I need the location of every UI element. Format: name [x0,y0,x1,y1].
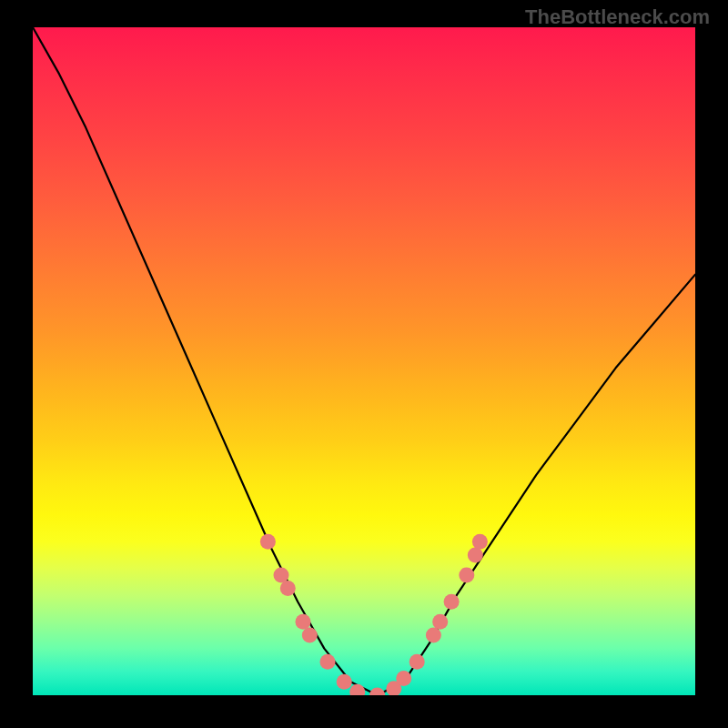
curve-marker [260,534,276,550]
curve-marker [426,627,441,642]
curve-markers [260,534,488,695]
curve-marker [274,567,289,582]
curve-marker [369,688,385,696]
curve-marker [320,654,336,670]
curve-marker [472,534,488,550]
curve-marker [468,547,483,562]
curve-marker [349,684,365,695]
curve-marker [432,614,448,630]
curve-marker [444,594,460,610]
curve-marker [337,674,352,690]
curve-marker [396,671,411,686]
curve-marker [302,627,318,642]
curve-marker [280,581,296,596]
watermark-text: TheBottleneck.com [525,5,710,29]
chart-svg [33,27,695,695]
curve-marker [296,614,311,630]
curve-line [33,27,695,695]
chart-container: TheBottleneck.com [0,0,728,728]
plot-area [33,27,695,695]
curve-marker [459,567,474,582]
curve-marker [410,654,425,670]
